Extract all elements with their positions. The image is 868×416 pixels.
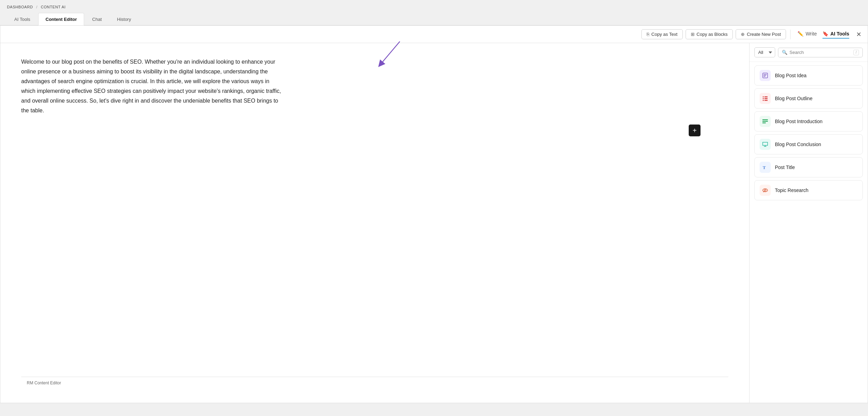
blog-post-introduction-label: Blog Post Introduction — [775, 119, 822, 124]
tabs-bar: AI Tools Content Editor Chat History — [0, 13, 868, 25]
search-box: 🔍 / — [778, 48, 863, 57]
list-item[interactable]: T Post Title — [754, 157, 863, 177]
blog-post-conclusion-icon — [760, 139, 771, 150]
sidebar-header-tabs: ✏️ Write 🔖 AI Tools — [795, 31, 852, 38]
tab-content-editor[interactable]: Content Editor — [38, 13, 84, 25]
list-item[interactable]: Blog Post Idea — [754, 65, 863, 86]
editor-footer: RM Content Editor — [21, 377, 728, 389]
svg-rect-5 — [763, 100, 764, 101]
editor-panel[interactable]: Welcome to our blog post on the benefits… — [0, 43, 750, 403]
post-title-label: Post Title — [775, 165, 795, 170]
sidebar-tab-write[interactable]: ✏️ Write — [797, 31, 817, 38]
blog-post-conclusion-label: Blog Post Conclusion — [775, 142, 821, 147]
breadcrumb: DASHBOARD / CONTENT AI — [0, 0, 868, 13]
create-post-icon: ⊕ — [741, 32, 745, 37]
add-block-button[interactable]: + — [689, 125, 701, 136]
list-item[interactable]: Blog Post Conclusion — [754, 134, 863, 154]
write-icon: ✏️ — [797, 31, 803, 37]
copy-text-icon: ⎘ — [647, 32, 649, 37]
topic-research-label: Topic Research — [775, 187, 809, 193]
post-title-icon: T — [760, 162, 771, 173]
breadcrumb-dashboard[interactable]: DASHBOARD — [7, 5, 33, 9]
svg-rect-9 — [762, 122, 766, 123]
list-item[interactable]: Blog Post Introduction — [754, 111, 863, 131]
svg-rect-8 — [762, 121, 768, 122]
svg-rect-1 — [763, 96, 764, 97]
tab-ai-tools[interactable]: AI Tools — [7, 13, 38, 25]
breadcrumb-current: CONTENT AI — [41, 5, 65, 9]
sidebar-tab-ai-tools[interactable]: 🔖 AI Tools — [822, 31, 849, 39]
main-wrapper: ⎘ Copy as Text ⊞ Copy as Blocks ⊕ Create… — [0, 25, 868, 403]
blog-post-introduction-icon — [760, 116, 771, 127]
list-item[interactable]: Blog Post Outline — [754, 88, 863, 109]
copy-blocks-icon: ⊞ — [691, 32, 695, 37]
copy-as-blocks-button[interactable]: ⊞ Copy as Blocks — [686, 29, 733, 39]
blog-post-outline-label: Blog Post Outline — [775, 96, 812, 101]
tab-chat[interactable]: Chat — [85, 13, 109, 25]
blog-post-outline-icon — [760, 93, 771, 104]
topic-research-icon — [760, 185, 771, 196]
list-item[interactable]: Topic Research — [754, 180, 863, 200]
svg-rect-4 — [764, 98, 768, 99]
sidebar-controls: All 🔍 / — [750, 43, 868, 62]
blog-post-idea-icon — [760, 70, 771, 81]
create-new-post-button[interactable]: ⊕ Create New Post — [736, 29, 786, 39]
close-button[interactable]: ✕ — [855, 31, 863, 38]
svg-text:T: T — [763, 165, 766, 170]
search-icon: 🔍 — [782, 50, 787, 55]
blog-post-idea-label: Blog Post Idea — [775, 73, 806, 78]
search-slash-icon: / — [853, 50, 859, 55]
toolbar-divider — [790, 30, 791, 39]
svg-rect-6 — [764, 100, 768, 101]
toolbar: ⎘ Copy as Text ⊞ Copy as Blocks ⊕ Create… — [0, 26, 868, 43]
copy-as-text-button[interactable]: ⎘ Copy as Text — [641, 29, 683, 39]
filter-select[interactable]: All — [754, 47, 775, 57]
content-layout: Welcome to our blog post on the benefits… — [0, 43, 868, 403]
svg-rect-2 — [764, 96, 768, 97]
breadcrumb-separator: / — [36, 5, 38, 9]
tab-history[interactable]: History — [110, 13, 138, 25]
search-input[interactable] — [789, 50, 851, 55]
svg-rect-7 — [762, 119, 768, 120]
bookmark-icon: 🔖 — [822, 31, 828, 37]
right-sidebar: All 🔍 / Blog Post Idea — [750, 43, 868, 403]
tool-list: Blog Post Idea Blog Post Outline Blog Po… — [750, 62, 868, 403]
svg-rect-3 — [763, 98, 764, 99]
editor-content: Welcome to our blog post on the benefits… — [21, 57, 282, 115]
